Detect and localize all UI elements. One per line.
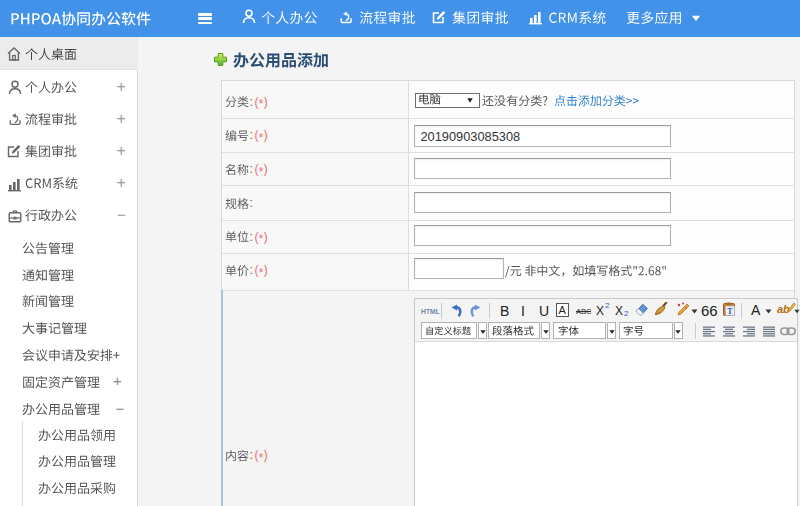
svg-text:T: T [727, 307, 733, 316]
